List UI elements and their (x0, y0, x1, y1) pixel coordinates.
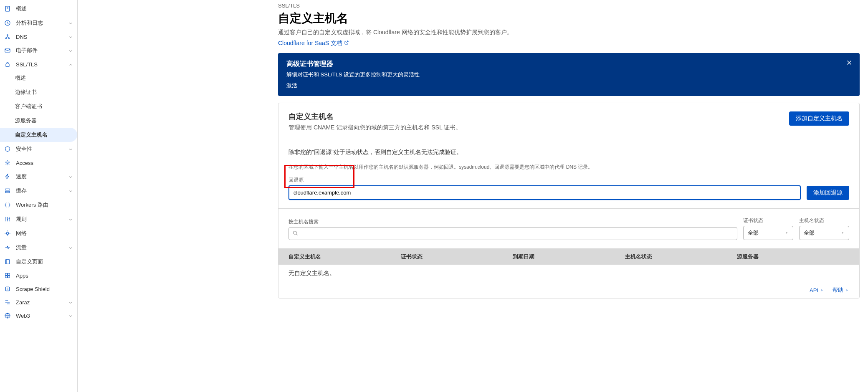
svg-point-12 (6, 232, 8, 234)
chevron-down-icon (68, 20, 73, 25)
sidebar-item-rules[interactable]: 规则 (0, 212, 77, 226)
table-col: 到期日期 (513, 253, 625, 260)
warning-text: 除非您的"回退源"处于活动状态，否则自定义主机名无法完成验证。 (288, 149, 849, 156)
svg-rect-17 (8, 276, 10, 278)
sidebar-item-scrape[interactable]: Scrape Shield (0, 282, 77, 296)
sidebar-item-traffic[interactable]: 流量 (0, 240, 77, 255)
breadcrumb: SSL/TLS (278, 3, 860, 9)
table-header: 自定义主机名 证书状态 到期日期 主机名状态 源服务器 (278, 249, 859, 265)
help-link[interactable]: 帮助 (833, 286, 849, 294)
svg-rect-11 (5, 191, 10, 192)
sidebar-label: 规则 (16, 215, 68, 223)
sidebar-item-cache[interactable]: 缓存 (0, 184, 77, 198)
sidebar-item-speed[interactable]: 速度 (0, 169, 77, 184)
svg-rect-7 (5, 49, 10, 52)
chevron-up-icon (68, 62, 73, 67)
sidebar-item-dns[interactable]: DNS (0, 30, 77, 43)
svg-point-5 (5, 38, 7, 39)
host-status-select[interactable]: 全部 (799, 226, 849, 240)
sidebar-item-security[interactable]: 安全性 (0, 142, 77, 156)
banner-title: 高级证书管理器 (286, 60, 851, 68)
card-subtitle: 管理使用 CNAME 记录指向您的域的第三方的主机名和 SSL 证书。 (288, 124, 461, 132)
clock-icon (4, 20, 11, 26)
card-footer: API 帮助 (278, 282, 859, 298)
main-content: SSL/TLS 自定义主机名 通过客户自己的自定义或虚拟域，将 Cloudfla… (78, 0, 868, 392)
dns-icon (4, 33, 11, 40)
network-icon (4, 230, 11, 237)
svg-point-6 (9, 38, 10, 39)
sidebar-item-email[interactable]: 电子邮件 (0, 43, 77, 58)
access-icon (4, 159, 11, 166)
sidebar-label: 速度 (16, 173, 68, 180)
sidebar-label: Apps (16, 273, 73, 279)
sidebar-item-web3[interactable]: Web3 (0, 309, 77, 322)
sidebar-label: Workers 路由 (16, 201, 73, 209)
lock-icon (4, 61, 11, 68)
sidebar-item-access[interactable]: Access (0, 156, 77, 169)
file-icon (4, 5, 11, 12)
banner-activate-link[interactable]: 激活 (286, 82, 297, 89)
svg-rect-18 (5, 287, 9, 291)
pages-icon (4, 258, 11, 265)
sidebar-sub-edge[interactable]: 边缘证书 (0, 85, 77, 99)
svg-rect-13 (5, 260, 9, 264)
chevron-down-icon (68, 48, 73, 53)
table-col: 主机名状态 (625, 253, 737, 260)
page-title: 自定义主机名 (278, 10, 860, 26)
svg-rect-16 (5, 276, 8, 278)
sidebar-label: 电子邮件 (16, 47, 68, 54)
sidebar-item-workers[interactable]: Workers 路由 (0, 198, 77, 212)
hostname-table: 自定义主机名 证书状态 到期日期 主机名状态 源服务器 无自定义主机名。 (278, 249, 859, 282)
sidebar-item-ssl[interactable]: SSL/TLS (0, 58, 77, 71)
sidebar-item-overview[interactable]: 概述 (0, 2, 77, 16)
sidebar-label: 自定义页面 (16, 258, 73, 266)
sidebar-item-pages[interactable]: 自定义页面 (0, 255, 77, 269)
sidebar-item-zaraz[interactable]: Zaraz (0, 296, 77, 309)
svg-rect-10 (5, 189, 10, 190)
sidebar-sub-custom-hostname[interactable]: 自定义主机名 (0, 128, 77, 142)
svg-rect-14 (5, 273, 8, 276)
bolt-icon (4, 173, 11, 180)
card-header: 自定义主机名 管理使用 CNAME 记录指向您的域的第三方的主机名和 SSL 证… (278, 103, 859, 140)
sidebar-item-analytics[interactable]: 分析和日志 (0, 16, 77, 30)
fallback-label: 回退源 (288, 177, 801, 184)
chevron-down-icon (68, 174, 73, 179)
chevron-down-icon (68, 300, 73, 305)
sidebar-label: 网络 (16, 230, 73, 237)
close-icon[interactable] (845, 59, 853, 68)
sidebar-sub-overview[interactable]: 概述 (0, 71, 77, 85)
doc-link[interactable]: Cloudflare for SaaS 文档 (278, 40, 349, 47)
rules-icon (4, 216, 11, 223)
search-icon (293, 230, 298, 237)
traffic-icon (4, 244, 11, 251)
apps-icon (4, 272, 11, 279)
sidebar-item-network[interactable]: 网络 (0, 226, 77, 240)
external-link-icon (344, 40, 349, 46)
svg-point-4 (7, 35, 8, 36)
card-title: 自定义主机名 (288, 111, 461, 121)
cert-status-label: 证书状态 (743, 217, 793, 224)
workers-icon (4, 202, 11, 208)
hostname-search-input[interactable] (288, 227, 737, 240)
chevron-down-icon (68, 34, 73, 39)
chevron-down-icon (68, 245, 73, 250)
svg-point-9 (7, 162, 8, 164)
search-section: 按主机名搜索 证书状态 全部 主机名状态 全部 (278, 209, 859, 249)
fallback-origin-input[interactable] (288, 185, 801, 200)
sidebar-label: 流量 (16, 244, 68, 251)
sidebar-label: DNS (16, 34, 68, 40)
hint-text: 在您的区域下输入一个主机名以用作您的主机名的默认源服务器，例如回退。sysadm… (288, 164, 849, 171)
web3-icon (4, 312, 11, 319)
banner-desc: 解锁对证书和 SSL/TLS 设置的更多控制和更大的灵活性 (286, 71, 851, 78)
cache-icon (4, 187, 11, 194)
caret-down-icon (784, 230, 789, 236)
add-hostname-button[interactable]: 添加自定义主机名 (789, 111, 849, 126)
cert-status-select[interactable]: 全部 (743, 226, 793, 240)
add-fallback-button[interactable]: 添加回退源 (807, 186, 849, 200)
sidebar-item-apps[interactable]: Apps (0, 269, 77, 282)
sidebar-sub-client[interactable]: 客户端证书 (0, 99, 77, 114)
sidebar-sub-origin[interactable]: 源服务器 (0, 114, 77, 128)
api-link[interactable]: API (810, 286, 824, 294)
fallback-input-wrapper: 回退源 (288, 177, 801, 200)
sidebar: 概述 分析和日志 DNS 电子邮件 SSL/TLS 概述 边缘证书 客户端证书 … (0, 0, 78, 392)
